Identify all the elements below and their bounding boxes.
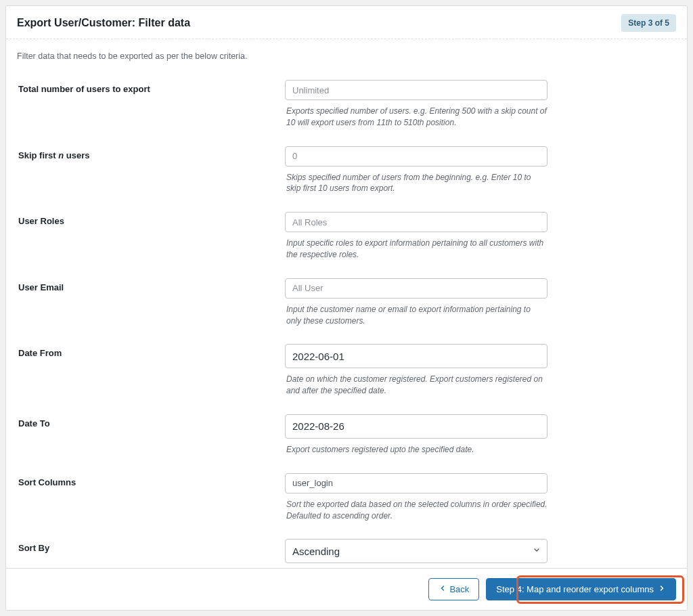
label-date-from: Date From: [17, 344, 285, 358]
form-content: Filter data that needs to be exported as…: [6, 39, 687, 568]
step-badge: Step 3 of 5: [621, 14, 676, 32]
row-sort-by: Sort By Ascending Defaulted to Ascending…: [17, 539, 676, 568]
label-skip-users: Skip first n users: [17, 146, 285, 160]
chevron-right-icon: [658, 584, 666, 594]
help-date-to: Export customers registered upto the spe…: [285, 444, 547, 456]
help-user-email: Input the customer name or email to expo…: [285, 304, 547, 327]
chevron-left-icon: [439, 584, 447, 594]
help-date-from: Date on which the customer registered. E…: [285, 374, 547, 397]
total-users-input[interactable]: [285, 80, 547, 100]
help-total-users: Exports specified number of users. e.g. …: [285, 106, 547, 129]
user-email-input[interactable]: [285, 278, 547, 299]
row-date-from: Date From Date on which the customer reg…: [17, 344, 676, 397]
skip-users-input[interactable]: [285, 146, 547, 167]
footer-nav: Back Step 4: Map and reorder export colu…: [6, 568, 687, 610]
help-skip-users: Skips specified number of users from the…: [285, 172, 547, 195]
row-sort-columns: Sort Columns Sort the exported data base…: [17, 473, 676, 522]
label-total-users: Total number of users to export: [17, 80, 285, 94]
label-skip-em: n: [58, 150, 64, 160]
label-sort-columns: Sort Columns: [17, 473, 285, 487]
page-title: Export User/Customer: Filter data: [17, 17, 190, 29]
label-date-to: Date To: [17, 414, 285, 428]
help-user-roles: Input specific roles to export informati…: [285, 238, 547, 261]
export-filter-card: Export User/Customer: Filter data Step 3…: [5, 5, 688, 611]
label-skip-post: users: [64, 150, 89, 160]
label-skip-pre: Skip first: [18, 150, 58, 160]
sort-by-select[interactable]: Ascending: [285, 539, 547, 563]
date-from-input[interactable]: [285, 344, 547, 368]
next-button[interactable]: Step 4: Map and reorder export columns: [486, 578, 676, 600]
sort-columns-input[interactable]: [285, 473, 547, 493]
card-header: Export User/Customer: Filter data Step 3…: [6, 6, 687, 39]
back-button[interactable]: Back: [428, 578, 479, 600]
row-date-to: Date To Export customers registered upto…: [17, 414, 676, 456]
row-skip-users: Skip first n users Skips specified numbe…: [17, 146, 676, 195]
user-roles-input[interactable]: [285, 212, 547, 232]
back-label: Back: [449, 584, 469, 594]
next-label: Step 4: Map and reorder export columns: [496, 584, 654, 594]
label-user-roles: User Roles: [17, 212, 285, 226]
intro-text: Filter data that needs to be exported as…: [17, 51, 676, 61]
help-sort-columns: Sort the exported data based on the sele…: [285, 499, 547, 522]
label-user-email: User Email: [17, 278, 285, 292]
row-user-email: User Email Input the customer name or em…: [17, 278, 676, 327]
row-total-users: Total number of users to export Exports …: [17, 80, 676, 129]
row-user-roles: User Roles Input specific roles to expor…: [17, 212, 676, 261]
date-to-input[interactable]: [285, 414, 547, 439]
label-sort-by: Sort By: [17, 539, 285, 553]
